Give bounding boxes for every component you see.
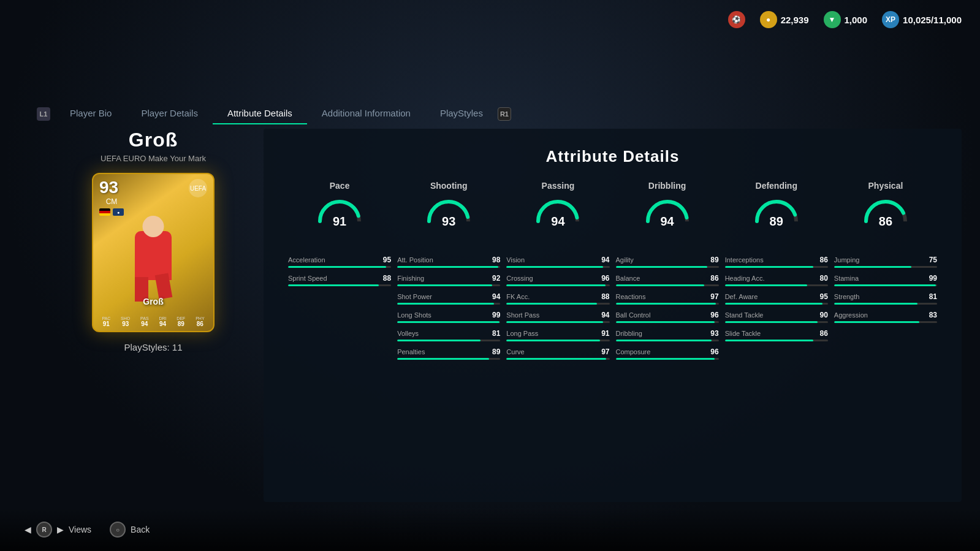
card-name-overlay: Groß: [93, 297, 213, 306]
sub-stat-name: Crossing: [506, 275, 533, 282]
sub-stat-value: 95: [383, 256, 391, 264]
xp-value: 10,025/11,000: [903, 15, 962, 25]
sub-stat-row: Long Shots 99: [397, 311, 500, 323]
attr-column-passing: Passing 94 Vision 94 Crossing 96: [506, 181, 609, 360]
sub-stat-value: 98: [492, 256, 500, 264]
attributes-grid: Pace 91 Acceleration 95 Sprint Speed 88: [288, 181, 937, 360]
sub-stat-bar-bg: [397, 358, 500, 360]
sub-stat-row: Long Pass 91: [506, 329, 609, 341]
sub-stat-name: Volleys: [397, 330, 419, 337]
sub-stat-row: Short Pass 94: [506, 311, 609, 323]
sub-stat-value: 80: [819, 274, 827, 283]
sub-stat-value: 95: [819, 292, 827, 301]
attr-title-dribbling: Dribbling: [648, 181, 686, 191]
gauge-pace: 91: [315, 197, 364, 246]
sub-stat-bar-fill: [725, 340, 814, 341]
sub-stat-row: Strength 81: [834, 292, 937, 305]
sub-stat-name: Stamina: [834, 275, 859, 282]
back-label: Back: [131, 525, 150, 534]
r-badge: R: [36, 522, 52, 538]
coins-value: 22,939: [781, 15, 809, 25]
sub-stat-row: FK Acc. 88: [506, 292, 609, 305]
card-rating: 93: [99, 179, 124, 196]
xp-item: XP 10,025/11,000: [882, 11, 962, 28]
sub-stat-row: Jumping 75: [834, 256, 937, 268]
stat-def: DEF 89: [177, 316, 185, 327]
sub-stat-name: FK Acc.: [506, 293, 530, 300]
sub-stat-bar-bg: [616, 284, 719, 286]
gauge-defending: 89: [752, 197, 801, 246]
sub-stat-bar-fill: [506, 358, 606, 360]
back-button[interactable]: ○ Back: [110, 522, 150, 538]
gauge-dribbling: 94: [643, 197, 692, 246]
sub-stat-value: 96: [601, 274, 609, 283]
sub-stat-name: Aggression: [834, 311, 868, 319]
sub-stat-bar-bg: [506, 284, 609, 286]
tab-player-bio[interactable]: Player Bio: [55, 103, 126, 124]
sub-stat-bar-bg: [397, 321, 500, 323]
sub-stat-name: Strength: [834, 293, 860, 300]
sub-stat-row: Balance 86: [616, 274, 719, 286]
sub-stat-bar-fill: [506, 340, 600, 341]
sub-stat-bar-fill: [616, 266, 708, 268]
euro-badge: UEFA: [189, 179, 207, 197]
sub-stat-value: 92: [492, 274, 500, 283]
gauge-value-pace: 91: [333, 215, 346, 229]
points-icon: ▼: [824, 11, 841, 28]
sub-stat-bar-bg: [725, 303, 828, 305]
attr-title-physical: Physical: [868, 181, 903, 191]
sub-stat-row: Curve 97: [506, 348, 609, 360]
sub-stat-row: Interceptions 86: [725, 256, 828, 268]
sub-stats-pace: Acceleration 95 Sprint Speed 88: [288, 256, 391, 286]
sub-stat-value: 88: [601, 292, 609, 301]
sub-stat-bar-fill: [725, 321, 818, 323]
sub-stat-bar-bg: [397, 266, 500, 268]
sub-stat-bar-bg: [725, 284, 828, 286]
sub-stat-name: Curve: [506, 348, 524, 355]
tab-attribute-details[interactable]: Attribute Details: [213, 103, 307, 124]
sub-stat-row: Finishing 92: [397, 274, 500, 286]
sub-stat-value: 96: [710, 348, 718, 356]
circle-badge: ○: [110, 522, 126, 538]
main-content: Attribute Details Pace 91 Acceleration 9…: [264, 129, 962, 502]
sub-stat-bar-fill: [616, 358, 715, 360]
sub-stat-name: Heading Acc.: [725, 275, 765, 282]
sub-stat-row: Ball Control 96: [616, 311, 719, 323]
sub-stats-defending: Interceptions 86 Heading Acc. 80 Def. Aw…: [725, 256, 828, 341]
sub-stat-name: Balance: [616, 275, 640, 282]
sub-stat-name: Shot Power: [397, 293, 432, 300]
sub-stat-row: Def. Aware 95: [725, 292, 828, 305]
tab-additional-info[interactable]: Additional Information: [307, 103, 425, 124]
gauge-physical: 86: [861, 197, 910, 246]
views-button[interactable]: ◀ R ▶ Views: [25, 522, 91, 538]
player-silhouette: [116, 213, 190, 305]
player-subtitle: UEFA EURO Make Your Mark: [37, 154, 270, 163]
sub-stat-name: Acceleration: [288, 256, 325, 264]
section-title: Attribute Details: [288, 147, 937, 166]
sub-stat-row: Acceleration 95: [288, 256, 391, 268]
sub-stat-name: Long Shots: [397, 311, 431, 319]
card-left-info: 93 CM ●: [99, 179, 124, 216]
tab-playstyles[interactable]: PlayStyles: [425, 103, 498, 124]
left-panel: Groß UEFA EURO Make Your Mark 93 CM ● UE…: [37, 129, 270, 352]
tab-player-details[interactable]: Player Details: [126, 103, 213, 124]
left-arrow-icon: ◀: [25, 525, 31, 534]
sub-stat-bar-fill: [725, 284, 808, 286]
sub-stat-bar-bg: [834, 303, 937, 305]
sub-stat-bar-fill: [616, 303, 716, 305]
sub-stat-bar-bg: [506, 340, 609, 341]
sub-stat-name: Reactions: [616, 293, 646, 300]
sub-stat-bar-fill: [288, 284, 379, 286]
card-top: 93 CM ● UEFA: [93, 174, 213, 216]
sub-stat-name: Interceptions: [725, 256, 764, 264]
sub-stat-bar-bg: [616, 303, 719, 305]
sub-stat-bar-bg: [725, 321, 828, 323]
sub-stat-row: Reactions 97: [616, 292, 719, 305]
gauge-value-passing: 94: [551, 215, 564, 229]
sub-stat-bar-fill: [834, 321, 920, 323]
sub-stat-row: Vision 94: [506, 256, 609, 268]
club-icon-item: ⚽: [728, 11, 745, 28]
sub-stat-name: Slide Tackle: [725, 330, 761, 337]
club-icon: ⚽: [728, 11, 745, 28]
sub-stat-name: Sprint Speed: [288, 275, 327, 282]
